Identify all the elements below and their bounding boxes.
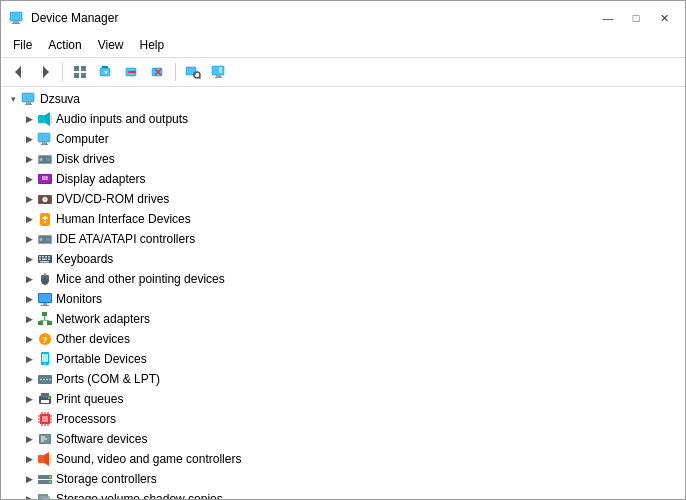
svg-rect-63 xyxy=(48,259,50,261)
maximize-button[interactable]: □ xyxy=(623,8,649,28)
menu-view[interactable]: View xyxy=(90,35,132,55)
svg-rect-28 xyxy=(25,104,32,105)
back-icon xyxy=(11,64,27,80)
processor-icon xyxy=(37,411,53,427)
tree-item-ports[interactable]: ▶ Ports (COM & LPT) xyxy=(1,369,685,389)
print-icon xyxy=(37,391,53,407)
properties-icon xyxy=(72,64,88,80)
svg-marker-114 xyxy=(44,452,49,466)
hid-icon xyxy=(37,211,53,227)
uninstall-button[interactable] xyxy=(146,61,170,83)
svg-rect-72 xyxy=(43,303,47,305)
properties-button[interactable] xyxy=(68,61,92,83)
menu-help[interactable]: Help xyxy=(132,35,173,55)
tree-item-other[interactable]: ▶ ? Other devices xyxy=(1,329,685,349)
root-expand-arrow: ▾ xyxy=(5,91,21,107)
svg-rect-39 xyxy=(46,158,50,161)
other-icon: ? xyxy=(37,331,53,347)
svg-rect-83 xyxy=(42,354,48,362)
shadow-label: Storage volume shadow copies xyxy=(56,492,223,499)
storage-ctrl-icon xyxy=(37,471,53,487)
svg-rect-60 xyxy=(48,256,50,258)
mice-label: Mice and other pointing devices xyxy=(56,272,225,286)
tree-item-shadow[interactable]: ▶ Storage volume shadow copies xyxy=(1,489,685,499)
scan-button[interactable] xyxy=(181,61,205,83)
svg-rect-59 xyxy=(45,256,47,258)
tree-item-display[interactable]: ▶ Display adapters xyxy=(1,169,685,189)
tree-item-audio[interactable]: ▶ Audio inputs and outputs xyxy=(1,109,685,129)
tree-item-ide[interactable]: ▶ IDE ATA/ATAPI controllers xyxy=(1,229,685,249)
tree-item-network[interactable]: ▶ Network adapters xyxy=(1,309,685,329)
svg-rect-27 xyxy=(26,102,31,104)
svg-rect-5 xyxy=(74,66,79,71)
sound-icon xyxy=(37,451,53,467)
tree-item-computer[interactable]: ▶ Computer xyxy=(1,129,685,149)
audio-icon xyxy=(37,111,53,127)
portable-icon xyxy=(37,351,53,367)
svg-rect-21 xyxy=(216,75,221,77)
window-icon xyxy=(9,10,25,26)
sound-label: Sound, video and game controllers xyxy=(56,452,241,466)
svg-point-55 xyxy=(40,238,43,241)
mice-icon xyxy=(37,271,53,287)
tree-item-print[interactable]: ▶ Print queues xyxy=(1,389,685,409)
hid-label: Human Interface Devices xyxy=(56,212,191,226)
tree-item-hid[interactable]: ▶ Human Interface Devices xyxy=(1,209,685,229)
monitor-icon xyxy=(37,291,53,307)
title-bar: Device Manager — □ ✕ xyxy=(1,1,685,33)
svg-rect-26 xyxy=(22,93,34,102)
svg-rect-29 xyxy=(38,115,45,123)
svg-point-89 xyxy=(49,379,51,381)
svg-rect-75 xyxy=(38,321,43,325)
software-expand: ▶ xyxy=(21,431,37,447)
svg-point-86 xyxy=(40,379,42,381)
monitors-expand: ▶ xyxy=(21,291,37,307)
update-driver-button[interactable] xyxy=(94,61,118,83)
svg-rect-84 xyxy=(44,363,46,364)
tree-item-keyboards[interactable]: ▶ Keyboards xyxy=(1,249,685,269)
svg-rect-91 xyxy=(41,393,49,398)
svg-rect-113 xyxy=(38,455,44,463)
svg-rect-54 xyxy=(46,238,50,241)
svg-rect-74 xyxy=(42,312,47,316)
portable-expand: ▶ xyxy=(21,351,37,367)
disk-label: Disk drives xyxy=(56,152,115,166)
back-button[interactable] xyxy=(7,61,31,83)
processors-label: Processors xyxy=(56,412,116,426)
tree-item-mice[interactable]: ▶ Mice and other pointing devices xyxy=(1,269,685,289)
disable-button[interactable] xyxy=(120,61,144,83)
tree-item-monitors[interactable]: ▶ Monitors xyxy=(1,289,685,309)
computer-label: Computer xyxy=(56,132,109,146)
update-icon xyxy=(98,64,114,80)
scan-icon xyxy=(185,64,201,80)
svg-point-120 xyxy=(49,476,51,478)
svg-point-88 xyxy=(46,379,48,381)
svg-rect-1 xyxy=(13,21,19,23)
tree-item-sound[interactable]: ▶ Sound, video and game controllers xyxy=(1,449,685,469)
software-icon xyxy=(37,431,53,447)
svg-marker-4 xyxy=(43,66,49,78)
close-button[interactable]: ✕ xyxy=(651,8,677,28)
tree-item-processors[interactable]: ▶ Proces xyxy=(1,409,685,429)
root-computer-icon xyxy=(21,91,37,107)
computer-expand: ▶ xyxy=(21,131,37,147)
display-type-button[interactable] xyxy=(207,61,231,83)
sound-expand: ▶ xyxy=(21,451,37,467)
minimize-button[interactable]: — xyxy=(595,8,621,28)
menu-file[interactable]: File xyxy=(5,35,40,55)
svg-rect-6 xyxy=(81,66,86,71)
tree-item-software[interactable]: ▶ Software devices xyxy=(1,429,685,449)
svg-rect-35 xyxy=(42,142,47,144)
tree-item-storage-ctrl[interactable]: ▶ Storage controllers xyxy=(1,469,685,489)
tree-root[interactable]: ▾ Dzsuva xyxy=(1,89,685,109)
toolbar xyxy=(1,58,685,87)
tree-item-disk[interactable]: ▶ Disk drives xyxy=(1,149,685,169)
storage-ctrl-expand: ▶ xyxy=(21,471,37,487)
forward-button[interactable] xyxy=(33,61,57,83)
svg-rect-34 xyxy=(38,133,50,142)
tree-item-portable[interactable]: ▶ Portable Devices xyxy=(1,349,685,369)
menu-action[interactable]: Action xyxy=(40,35,89,55)
tree-item-dvd[interactable]: ▶ DVD/CD-ROM drives xyxy=(1,189,685,209)
audio-expand: ▶ xyxy=(21,111,37,127)
disk-icon xyxy=(37,151,53,167)
